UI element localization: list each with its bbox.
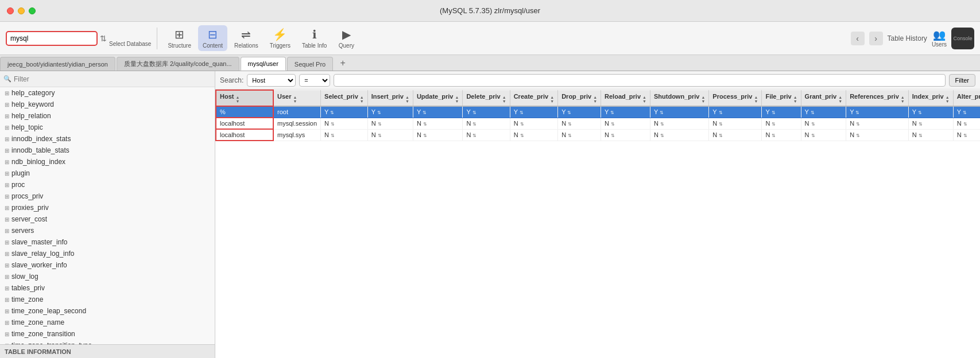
sidebar-item-proc[interactable]: ⊞proc <box>0 179 215 190</box>
console-button[interactable]: Console <box>951 28 974 49</box>
sidebar-item-label: slave_relay_log_info <box>11 250 74 258</box>
sidebar-item-procs_priv[interactable]: ⊞procs_priv <box>0 190 215 202</box>
add-tab-button[interactable]: + <box>336 57 349 69</box>
sidebar-item-time_zone_leap_second[interactable]: ⊞time_zone_leap_second <box>0 305 215 317</box>
sidebar-item-label: help_keyword <box>11 100 54 108</box>
col-header-file_priv[interactable]: File_priv▲▼ <box>762 90 801 106</box>
col-header-insert_priv[interactable]: Insert_priv▲▼ <box>367 90 413 106</box>
cell-update_priv: Y ⇅ <box>413 106 463 118</box>
col-header-create_priv[interactable]: Create_priv▲▼ <box>510 90 557 106</box>
search-op-select[interactable]: = != LIKE <box>299 74 330 87</box>
table-row[interactable]: localhostmysql.sysN ⇅N ⇅N ⇅N ⇅N ⇅N ⇅N ⇅N… <box>216 129 980 141</box>
sidebar-item-innodb_table_stats[interactable]: ⊞innodb_table_stats <box>0 145 215 156</box>
tabs-bar: jeecg_boot/yidiantest/yidian_person 质量大盘… <box>0 55 980 71</box>
sidebar-item-tables_priv[interactable]: ⊞tables_priv <box>0 282 215 294</box>
col-header-index_priv[interactable]: Index_priv▲▼ <box>908 90 953 106</box>
cell-user: mysql.sys <box>273 129 321 141</box>
table-wrapper: Host▲▼User▲▼Select_priv▲▼Insert_priv▲▼Up… <box>215 90 980 358</box>
cell-insert_priv: N ⇅ <box>367 129 413 141</box>
relations-button[interactable]: ⇌ Relations <box>230 25 263 51</box>
sidebar-item-label: servers <box>11 227 34 235</box>
col-header-drop_priv[interactable]: Drop_priv▲▼ <box>558 90 601 106</box>
col-header-reload_priv[interactable]: Reload_priv▲▼ <box>601 90 650 106</box>
col-header-grant_priv[interactable]: Grant_priv▲▼ <box>801 90 846 106</box>
content-button[interactable]: ⊟ Content <box>198 25 227 51</box>
sidebar: 🔍 ⊞help_category⊞help_keyword⊞help_relat… <box>0 71 215 358</box>
sidebar-filter-input[interactable] <box>14 75 211 83</box>
table-icon: ⊞ <box>5 320 9 326</box>
tab-1[interactable]: 质量大盘数据库 2/quality/code_quan... <box>117 57 239 71</box>
sidebar-item-servers[interactable]: ⊞servers <box>0 225 215 236</box>
sidebar-item-slave_relay_log_info[interactable]: ⊞slave_relay_log_info <box>0 248 215 259</box>
sidebar-item-plugin[interactable]: ⊞plugin <box>0 168 215 179</box>
table-icon: ⊞ <box>5 285 9 291</box>
minimize-button[interactable] <box>18 7 25 14</box>
table-history-button[interactable]: Table History <box>888 34 927 42</box>
sidebar-item-label: tables_priv <box>11 284 45 292</box>
sidebar-item-help_category[interactable]: ⊞help_category <box>0 87 215 99</box>
db-arrow-icon[interactable]: ⇅ <box>100 34 107 43</box>
cell-process_priv: Y ⇅ <box>709 106 762 118</box>
users-label: Users <box>932 41 947 48</box>
sidebar-item-proxies_priv[interactable]: ⊞proxies_priv <box>0 202 215 213</box>
table-row[interactable]: localhostmysql.sessionN ⇅N ⇅N ⇅N ⇅N ⇅N ⇅… <box>216 118 980 129</box>
table-icon: ⊞ <box>5 193 9 200</box>
table-info-button[interactable]: ℹ Table Info <box>297 25 331 51</box>
db-input[interactable] <box>6 31 98 46</box>
col-header-update_priv[interactable]: Update_priv▲▼ <box>413 90 463 106</box>
structure-button[interactable]: ⊞ Structure <box>163 25 196 51</box>
cell-index_priv: N ⇅ <box>908 118 953 129</box>
sidebar-item-label: help_relation <box>11 112 51 120</box>
sidebar-item-time_zone_transition[interactable]: ⊞time_zone_transition <box>0 328 215 340</box>
table-row[interactable]: %rootY ⇅Y ⇅Y ⇅Y ⇅Y ⇅Y ⇅Y ⇅Y ⇅Y ⇅Y ⇅Y ⇅Y … <box>216 106 980 118</box>
col-header-select_priv[interactable]: Select_priv▲▼ <box>321 90 368 106</box>
sidebar-item-help_topic[interactable]: ⊞help_topic <box>0 122 215 133</box>
triggers-button[interactable]: ⚡ Triggers <box>265 25 295 51</box>
cell-create_priv: N ⇅ <box>510 118 557 129</box>
search-input[interactable] <box>334 74 945 87</box>
query-label: Query <box>339 42 354 49</box>
structure-icon: ⊞ <box>175 28 184 41</box>
cell-grant_priv: N ⇅ <box>801 129 846 141</box>
filter-icon: 🔍 <box>3 75 11 83</box>
sidebar-item-time_zone_transition_type[interactable]: ⊞time_zone_transition_type <box>0 340 215 344</box>
tab-0[interactable]: jeecg_boot/yidiantest/yidian_person <box>0 57 115 71</box>
sidebar-item-innodb_index_stats[interactable]: ⊞innodb_index_stats <box>0 133 215 145</box>
sidebar-item-server_cost[interactable]: ⊞server_cost <box>0 213 215 225</box>
sidebar-item-time_zone_name[interactable]: ⊞time_zone_name <box>0 317 215 328</box>
query-button[interactable]: ▶ Query <box>334 25 359 51</box>
sidebar-item-slow_log[interactable]: ⊞slow_log <box>0 271 215 282</box>
sidebar-item-slave_master_info[interactable]: ⊞slave_master_info <box>0 236 215 248</box>
sidebar-item-help_keyword[interactable]: ⊞help_keyword <box>0 99 215 110</box>
sidebar-item-ndb_binlog_index[interactable]: ⊞ndb_binlog_index <box>0 156 215 168</box>
users-button[interactable]: 👥 Users <box>932 29 947 48</box>
filter-button[interactable]: Filter <box>949 74 975 87</box>
cell-insert_priv: N ⇅ <box>367 118 413 129</box>
close-button[interactable] <box>7 7 14 14</box>
col-header-alter_priv[interactable]: Alter_priv▲▼ <box>953 90 980 106</box>
separator-1 <box>157 28 157 49</box>
search-bar: Search: Host User Select_priv = != LIKE … <box>215 71 980 90</box>
sidebar-item-slave_worker_info[interactable]: ⊞slave_worker_info <box>0 259 215 271</box>
forward-button[interactable]: › <box>869 32 883 45</box>
cell-host: % <box>216 106 273 118</box>
col-header-user[interactable]: User▲▼ <box>273 90 321 106</box>
tab-sequel-pro[interactable]: Sequel Pro <box>287 57 333 71</box>
col-header-shutdown_priv[interactable]: Shutdown_priv▲▼ <box>650 90 708 106</box>
col-header-host[interactable]: Host▲▼ <box>216 90 273 106</box>
search-field-select[interactable]: Host User Select_priv <box>247 74 296 87</box>
col-header-process_priv[interactable]: Process_priv▲▼ <box>709 90 762 106</box>
sidebar-item-label: time_zone_transition <box>11 330 75 338</box>
cell-delete_priv: N ⇅ <box>463 118 510 129</box>
sidebar-item-label: proc <box>11 181 25 189</box>
col-header-delete_priv[interactable]: Delete_priv▲▼ <box>463 90 510 106</box>
structure-label: Structure <box>168 42 191 49</box>
cell-file_priv: Y ⇅ <box>762 106 801 118</box>
sidebar-item-help_relation[interactable]: ⊞help_relation <box>0 110 215 122</box>
back-button[interactable]: ‹ <box>851 32 865 45</box>
sidebar-item-time_zone[interactable]: ⊞time_zone <box>0 294 215 305</box>
col-header-references_priv[interactable]: References_priv▲▼ <box>846 90 909 106</box>
tab-2[interactable]: mysql/user <box>241 57 286 71</box>
maximize-button[interactable] <box>29 7 36 14</box>
cell-grant_priv: Y ⇅ <box>801 106 846 118</box>
